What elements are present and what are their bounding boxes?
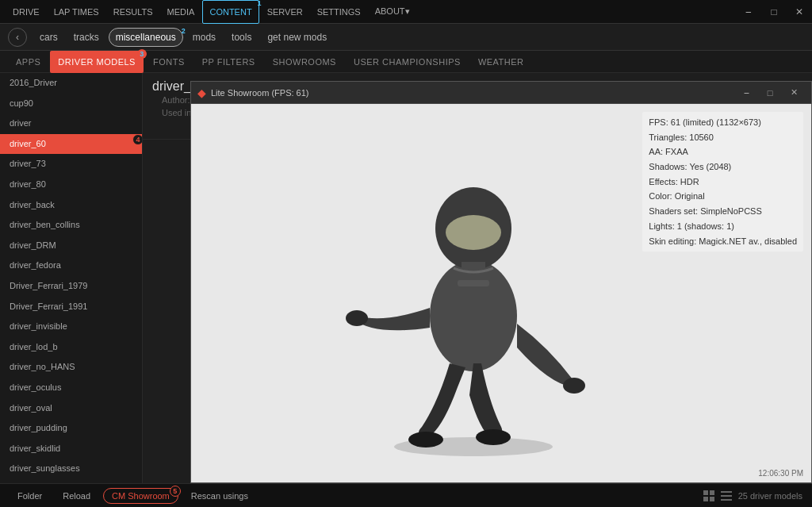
titlebar: DRIVE LAP TIMES RESULTS MEDIA CONTENT 1 … [0,0,812,24]
sidebar-item-driverbencollins[interactable]: driver_ben_collins [0,215,142,236]
stat-triangles: Triangles: 10560 [649,130,797,145]
sidebar-item-driver60[interactable]: driver_60 4 [0,134,142,155]
svg-rect-15 [721,495,732,497]
item-count: 25 driver models [738,491,802,501]
driver-3d-figure [335,133,612,467]
showroom-close[interactable]: ✕ [783,84,805,102]
top-navigation: ‹ cars tracks miscellaneous 2 mods tools… [0,24,812,51]
back-button[interactable]: ‹ [8,28,27,47]
showroom-popup: ◆ Lite Showroom (FPS: 61) ‒ □ ✕ [190,81,812,483]
showroom-title-area: ◆ Lite Showroom (FPS: 61) [197,86,735,99]
stat-aa: AA: FXAA [649,144,797,159]
sidebar-list: 2016_Driver cup90 driver driver_60 4 dri… [0,73,143,483]
sidebar-item-driverpudding[interactable]: driver_pudding [0,418,142,439]
showroom-title-text: Lite Showroom (FPS: 61) [211,88,309,98]
stats-overlay: FPS: 61 (limited) (1132×673) Triangles: … [642,112,803,252]
subnav-weather[interactable]: WEATHER [470,51,532,73]
sidebar-item-driverferrari1979[interactable]: Driver_Ferrari_1979 [0,276,142,297]
content-badge: 1 [258,0,262,7]
nav-mods[interactable]: mods [186,29,222,46]
stat-color: Color: Original [649,189,797,204]
sidebar-item-driverwilliams1991[interactable]: Driver_Williams_1991 [0,479,142,483]
sidebar-item-driverloDb[interactable]: driver_lod_b [0,337,142,358]
sidebar-item-drivernohans[interactable]: driver_no_HANS [0,357,142,378]
svg-point-9 [563,378,585,394]
count-area: 25 driver models [703,490,802,501]
menu-media[interactable]: MEDIA [161,0,201,24]
misc-badge: 2 [182,27,186,35]
subnav-userchampionships[interactable]: USER CHAMPIONSHIPS [346,51,469,73]
sidebar-item-driverinvisible[interactable]: driver_invisible [0,317,142,337]
titlebar-menu: DRIVE LAP TIMES RESULTS MEDIA CONTENT 1 … [0,0,736,24]
maximize-button[interactable]: □ [761,0,787,24]
rescan-button[interactable]: Rescan usings [183,489,256,503]
menu-server[interactable]: SERVER [261,0,309,24]
svg-rect-13 [710,497,714,501]
svg-point-3 [446,215,501,250]
stat-shadows: Shadows: Yes (2048) [649,159,797,175]
sub-navigation: APPS DRIVER MODELS 3 FONTS PP FILTERS SH… [0,51,812,73]
bottom-toolbar: Folder Reload CM Showroom 5 Rescan using… [0,483,812,507]
menu-settings[interactable]: SETTINGS [311,0,367,24]
stat-skin: Skin editing: Magick.NET av., disabled [649,234,797,249]
window-controls: ‒ □ ✕ [736,0,812,24]
subnav-ppfilters[interactable]: PP FILTERS [194,51,263,73]
sidebar-item-driverdrm[interactable]: driver_DRM [0,236,142,256]
menu-results[interactable]: RESULTS [107,0,159,24]
svg-point-8 [346,310,368,326]
svg-rect-10 [703,490,708,495]
svg-rect-12 [703,497,708,501]
nav-cars[interactable]: cars [33,29,64,46]
sidebar-item-driver80[interactable]: driver_80 [0,175,142,195]
close-button[interactable]: ✕ [787,0,812,24]
driver60-badge: 4 [132,134,143,145]
sidebar-item-driversunglasses[interactable]: driver_sunglasses [0,459,142,479]
menu-content[interactable]: CONTENT 1 [202,0,259,24]
sidebar-item-2016driver[interactable]: 2016_Driver [0,73,142,94]
nav-tracks[interactable]: tracks [67,29,105,46]
stat-lights: Lights: 1 (shadows: 1) [649,219,797,234]
cmshowroom-badge: 5 [170,486,181,497]
svg-point-6 [476,429,511,445]
drivermodels-badge: 3 [137,49,147,59]
sidebar-item-driverferrari1991[interactable]: Driver_Ferrari_1991 [0,297,142,317]
cm-showroom-button[interactable]: CM Showroom 5 [103,488,178,504]
reload-button[interactable]: Reload [55,489,98,503]
nav-tools[interactable]: tools [225,29,258,46]
nav-getnewmods[interactable]: get new mods [261,29,333,46]
time-display: 12:06:30 PM [758,469,803,478]
sidebar: 2016_Driver cup90 driver driver_60 4 dri… [0,73,143,483]
list-view-icon[interactable] [721,490,732,501]
sidebar-item-driverskidlid[interactable]: driver_skidlid [0,439,142,459]
grid-view-icon[interactable] [703,490,714,501]
menu-about[interactable]: ABOUT▾ [369,0,416,24]
showroom-window-controls: ‒ □ ✕ [735,84,805,102]
sidebar-item-driverfedora[interactable]: driver_fedora [0,255,142,276]
menu-laptimes[interactable]: LAP TIMES [48,0,105,24]
sidebar-item-driver73[interactable]: driver_73 [0,154,142,175]
menu-drive[interactable]: DRIVE [6,0,46,24]
showroom-body[interactable]: FPS: 61 (limited) (1132×673) Triangles: … [191,104,811,482]
showroom-titlebar: ◆ Lite Showroom (FPS: 61) ‒ □ ✕ [191,82,811,104]
svg-rect-16 [721,499,732,501]
nav-miscellaneous[interactable]: miscellaneous 2 [109,28,183,47]
sidebar-item-driveroval[interactable]: driver_oval [0,398,142,419]
back-icon: ‹ [16,32,19,43]
sidebar-item-driveroculus[interactable]: driver_oculus [0,378,142,398]
minimize-button[interactable]: ‒ [736,0,761,24]
subnav-fonts[interactable]: FONTS [145,51,193,73]
showroom-maximize[interactable]: □ [759,84,781,102]
svg-rect-7 [458,280,489,286]
stat-fps: FPS: 61 (limited) (1132×673) [649,115,797,130]
sidebar-item-driver[interactable]: driver [0,113,142,134]
svg-rect-14 [721,491,732,493]
subnav-showrooms[interactable]: SHOWROOMS [265,51,344,73]
subnav-apps[interactable]: APPS [8,51,48,73]
showroom-minimize[interactable]: ‒ [735,84,757,102]
sidebar-item-cup90[interactable]: cup90 [0,94,142,114]
showroom-window: ◆ Lite Showroom (FPS: 61) ‒ □ ✕ [190,81,812,483]
svg-rect-11 [710,490,714,495]
folder-button[interactable]: Folder [10,489,50,503]
subnav-drivermodels[interactable]: DRIVER MODELS 3 [50,51,144,73]
sidebar-item-driverback[interactable]: driver_back [0,195,142,216]
